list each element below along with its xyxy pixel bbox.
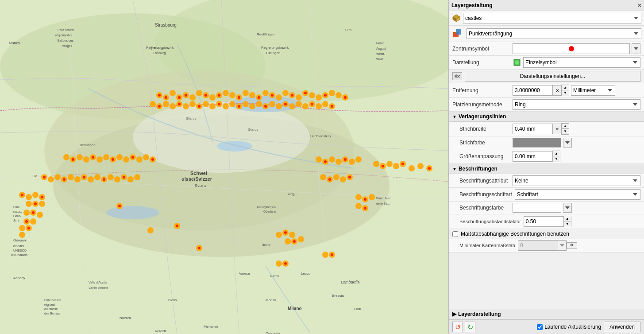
svg-point-117 — [178, 103, 181, 105]
svg-point-78 — [189, 94, 196, 101]
strichfarbe-preview[interactable] — [513, 138, 561, 148]
strichbreite-input-wrapper: ✕ ▲ ▼ — [513, 123, 569, 135]
svg-point-131 — [249, 103, 255, 109]
svg-point-139 — [289, 103, 295, 109]
zentrumsymbol-row: Zentrumsymbol — [449, 42, 644, 56]
entfernung-input-wrapper: ✕ ▲ ▼ — [513, 85, 569, 96]
strichbreite-input[interactable] — [513, 124, 552, 134]
svg-text:Svizra: Svizra — [195, 183, 206, 188]
massstabahnangig-checkbox[interactable] — [452, 231, 458, 237]
grossenanpassung-up-btn[interactable]: ▲ — [553, 151, 560, 156]
svg-point-122 — [203, 101, 209, 107]
svg-point-177 — [88, 176, 94, 183]
svg-point-145 — [322, 101, 328, 107]
svg-text:Vosges: Vosges — [62, 44, 72, 48]
svg-text:régional des: régional des — [55, 34, 73, 37]
grossenanpassung-row: Größenanpassung ▲ ▼ — [449, 149, 644, 164]
strichbreite-down-btn[interactable]: ▼ — [562, 129, 569, 134]
svg-text:Parc: Parc — [13, 206, 20, 209]
entfernung-down-btn[interactable]: ▼ — [562, 90, 569, 96]
beschriftungsschriftart-label: Beschriftungsschriftart — [452, 191, 512, 198]
redo-button[interactable]: ↻ — [465, 322, 475, 332]
beschriftungen-header[interactable]: ▼ Beschriftungen — [449, 164, 644, 174]
spacer — [449, 252, 644, 309]
strichfarbe-dropdown-btn[interactable] — [563, 138, 572, 148]
svg-point-121 — [198, 105, 201, 108]
svg-text:Liechtenstein: Liechtenstein — [310, 134, 331, 138]
darstellungseinstellungen-btn[interactable]: Darstellungseinstellungen... — [465, 71, 640, 82]
bottom-bar: ↺ ↻ Laufende Aktualisierung Anwenden — [449, 319, 644, 334]
svg-point-125 — [218, 103, 220, 105]
laufende-aktualisierung-checkbox[interactable] — [537, 324, 543, 330]
svg-point-90 — [249, 92, 255, 98]
abstandsfaktor-spin: ▲ ▼ — [563, 216, 571, 227]
abstandsfaktor-input[interactable] — [524, 216, 563, 227]
zentrumsymbol-preview[interactable] — [513, 43, 630, 54]
beschriftungsfarbe-preview[interactable] — [513, 203, 561, 213]
svg-point-79 — [196, 90, 202, 96]
beschriftungen-triangle: ▼ — [452, 167, 457, 171]
svg-point-248 — [293, 240, 296, 243]
minimaler-massstab-btn1[interactable]: ⚙ — [567, 243, 577, 248]
svg-point-89 — [243, 90, 249, 96]
svg-point-147 — [331, 105, 333, 108]
svg-text:Nancy: Nancy — [9, 41, 20, 45]
svg-point-103 — [309, 92, 315, 98]
strichbreite-clear-btn[interactable]: ✕ — [552, 124, 561, 134]
svg-text:natur..: natur.. — [13, 210, 22, 213]
svg-point-178 — [94, 174, 100, 180]
anwenden-button[interactable]: Anwenden — [604, 322, 640, 332]
verlagerungslinien-header[interactable]: ▼ Verlagerungslinien — [449, 112, 644, 122]
svg-point-215 — [349, 159, 355, 165]
undo-button[interactable]: ↺ — [452, 322, 463, 332]
strichbreite-up-btn[interactable]: ▲ — [562, 124, 569, 129]
abstandsfaktor-up-btn[interactable]: ▲ — [564, 216, 571, 221]
svg-text:Jura: Jura — [13, 219, 19, 222]
entfernung-up-btn[interactable]: ▲ — [562, 85, 569, 90]
abstandsfaktor-down-btn[interactable]: ▼ — [564, 221, 571, 227]
svg-point-223 — [348, 176, 351, 179]
map-area[interactable]: Nancy Strasbourg Freiburg Reuttlingen Ul… — [0, 0, 448, 334]
beschriftungsattribut-select[interactable]: Keine — [513, 175, 640, 186]
svg-point-73 — [170, 90, 176, 96]
entfernung-row: Entfernung ✕ ▲ ▼ Millimeter — [449, 83, 644, 98]
entfernung-input[interactable] — [513, 85, 552, 96]
entfernung-clear-btn[interactable]: ✕ — [552, 85, 561, 96]
svg-text:Ulm: Ulm — [345, 28, 352, 32]
svg-point-158 — [112, 158, 114, 161]
entfernung-unit-select[interactable]: Millimeter — [571, 85, 615, 96]
darstellung-select[interactable]: Einzelsymbol — [523, 57, 640, 68]
zentrumsymbol-dropdown-btn[interactable] — [632, 43, 640, 54]
svg-point-252 — [284, 262, 287, 265]
verlagerungslinien-triangle: ▼ — [452, 114, 457, 119]
panel-title: Layergestaltung — [451, 2, 493, 8]
svg-text:Novara: Novara — [120, 316, 131, 320]
svg-point-246 — [285, 238, 291, 245]
svg-point-104 — [316, 94, 322, 101]
svg-text:Regierungsbezirk: Regierungsbezirk — [261, 46, 289, 50]
layerdarstellung-header[interactable]: ▶ Layerdarstellung — [449, 309, 644, 319]
svg-point-256 — [369, 194, 375, 200]
svg-point-230 — [401, 163, 404, 165]
svg-point-227 — [386, 161, 393, 167]
zentrumsymbol-value — [513, 43, 640, 54]
layer-select[interactable]: castles — [463, 13, 641, 23]
svg-point-234 — [428, 167, 431, 170]
svg-point-110 — [344, 96, 347, 99]
svg-point-168 — [43, 176, 46, 179]
svg-point-155 — [96, 156, 103, 163]
svg-point-176 — [83, 176, 85, 179]
close-button[interactable]: × — [638, 2, 641, 9]
beschriftungsfarbe-dropdown-btn[interactable] — [563, 203, 572, 213]
svg-point-92 — [258, 96, 260, 99]
minimaler-massstab-input[interactable] — [518, 240, 558, 251]
svg-point-196 — [39, 201, 45, 207]
platzierungsmethode-select[interactable]: Ring — [513, 99, 640, 110]
svg-point-93 — [262, 90, 269, 96]
grossenanpassung-input[interactable] — [513, 151, 552, 162]
minimaler-massstab-dropdown-btn[interactable] — [558, 240, 567, 251]
renderer-select[interactable]: Punktverdrängung — [467, 28, 641, 39]
grossenanpassung-down-btn[interactable]: ▼ — [553, 156, 560, 162]
beschriftungsschriftart-select[interactable]: Schriftart — [515, 189, 640, 200]
svg-text:Milano: Milano — [288, 306, 302, 311]
